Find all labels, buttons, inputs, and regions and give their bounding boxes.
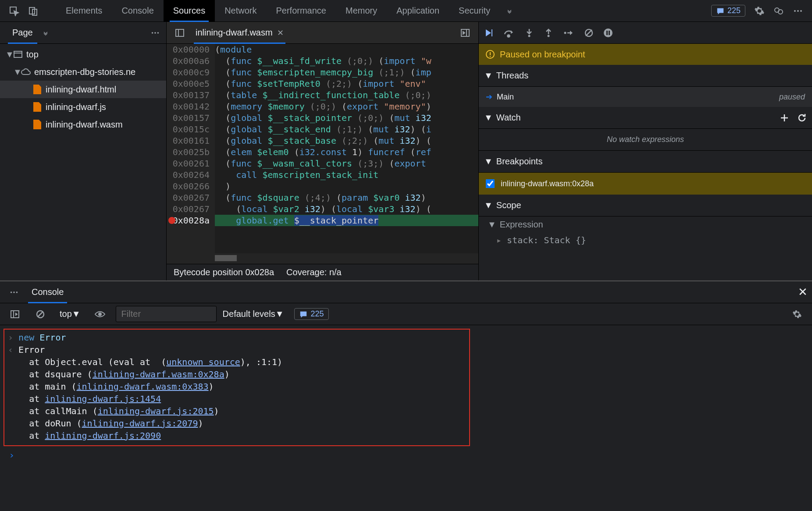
section-title: Breakpoints <box>496 156 543 167</box>
drawer: Console ✕ top ▼ Default levels ▼ 225 › n… <box>0 280 812 510</box>
tree-domain[interactable]: ▼ emscripten-dbg-stories.ne <box>0 63 166 81</box>
console-settings-icon[interactable] <box>791 308 803 320</box>
tab-console[interactable]: Console <box>112 0 163 22</box>
tree-root-label: top <box>26 50 39 60</box>
svg-point-5 <box>794 10 796 12</box>
drawer-tab-console[interactable]: Console <box>24 281 71 303</box>
current-thread-arrow-icon: ➔ <box>486 92 492 102</box>
breakpoint-checkbox[interactable] <box>486 179 495 188</box>
editor-body[interactable]: 0x000000x000a60x000c90x000e50x001370x001… <box>167 44 478 253</box>
svg-point-39 <box>99 313 101 316</box>
scope-expr-value: Stack {} <box>544 235 586 245</box>
tab-elements[interactable]: Elements <box>56 0 112 22</box>
device-toggle-icon[interactable] <box>27 5 39 17</box>
tree-domain-label: emscripten-dbg-stories.ne <box>34 67 135 77</box>
context-selector[interactable]: top ▼ <box>56 307 84 321</box>
step-over-icon[interactable] <box>503 28 515 38</box>
svg-rect-28 <box>490 52 491 55</box>
file-tree: ▼ top ▼ emscripten-dbg-stories.ne inlini… <box>0 44 166 135</box>
issues-counter[interactable]: 225 <box>711 5 745 17</box>
scope-body: ▸ stack: Stack {} <box>479 232 812 248</box>
svg-point-8 <box>152 32 153 34</box>
scope-expr-label: stack: <box>507 235 538 245</box>
toggle-navigator-icon[interactable] <box>174 27 186 39</box>
breakpoint-label: inlining-dwarf.wasm:0x28a <box>501 179 594 188</box>
svg-point-6 <box>797 10 799 12</box>
thread-row[interactable]: ➔ Main paused <box>479 87 812 107</box>
breakpoint-row[interactable]: inlining-dwarf.wasm:0x28a <box>479 173 812 195</box>
step-icon[interactable] <box>563 28 574 38</box>
cloud-icon <box>21 68 31 75</box>
page-more-icon[interactable] <box>150 28 160 38</box>
experiments-icon[interactable] <box>773 5 785 17</box>
page-panel: Page ▼ top ▼ emscripten-dbg-stories.ne i… <box>0 22 167 280</box>
tab-network[interactable]: Network <box>215 0 266 22</box>
tab-sources[interactable]: Sources <box>164 0 215 22</box>
svg-rect-11 <box>14 51 22 57</box>
settings-gear-icon[interactable] <box>753 5 766 17</box>
more-panels-icon[interactable] <box>41 30 50 35</box>
svg-rect-29 <box>490 56 491 57</box>
more-tabs-icon[interactable] <box>503 5 516 17</box>
refresh-watch-icon[interactable] <box>797 113 807 123</box>
editor-tab[interactable]: inlining-dwarf.wasm ✕ <box>189 22 290 44</box>
tree-file-js[interactable]: inlining-dwarf.js <box>0 98 166 116</box>
editor-tab-label: inlining-dwarf.wasm <box>196 28 273 38</box>
pause-exceptions-icon[interactable] <box>603 28 613 38</box>
file-label: inlining-dwarf.html <box>46 85 116 95</box>
file-label: inlining-dwarf.js <box>46 102 106 112</box>
topbar-right: 225 <box>707 5 808 17</box>
close-tab-icon[interactable]: ✕ <box>277 28 284 38</box>
svg-point-18 <box>508 35 510 37</box>
paused-message: Paused on breakpoint <box>500 50 585 60</box>
bytecode-position: Bytecode position 0x028a <box>174 267 274 277</box>
editor-tabs: inlining-dwarf.wasm ✕ <box>167 22 478 44</box>
tree-file-html[interactable]: inlining-dwarf.html <box>0 81 166 98</box>
tab-performance[interactable]: Performance <box>267 0 336 22</box>
caret-icon: ▼ <box>5 50 11 60</box>
log-levels-selector[interactable]: Default levels ▼ <box>223 309 284 319</box>
line-gutter: 0x000000x000a60x000c90x000e50x001370x001… <box>167 44 215 253</box>
drawer-more-icon[interactable] <box>8 286 20 298</box>
main-tabs: Elements Console Sources Network Perform… <box>56 0 707 22</box>
step-out-icon[interactable] <box>544 28 553 38</box>
kebab-menu-icon[interactable] <box>792 5 804 17</box>
debugger-panel: Paused on breakpoint ▼Threads ➔ Main pau… <box>479 22 812 280</box>
caret-icon: ▼ <box>13 67 19 77</box>
window-icon <box>13 51 23 58</box>
svg-point-20 <box>548 35 550 37</box>
toggle-debugger-icon[interactable] <box>459 27 471 39</box>
inspect-icon[interactable] <box>8 5 20 17</box>
tree-root[interactable]: ▼ top <box>0 46 166 63</box>
page-tab[interactable]: Page <box>6 22 39 44</box>
svg-point-19 <box>528 35 531 37</box>
deactivate-breakpoints-icon[interactable] <box>584 28 594 38</box>
tab-security[interactable]: Security <box>449 0 500 22</box>
close-drawer-icon[interactable]: ✕ <box>798 285 808 299</box>
editor-panel: inlining-dwarf.wasm ✕ 0x000000x000a60x00… <box>167 22 479 280</box>
section-title: Threads <box>496 71 528 81</box>
add-watch-icon[interactable] <box>780 113 789 123</box>
breakpoints-section[interactable]: ▼Breakpoints <box>479 151 812 173</box>
tree-file-wasm[interactable]: inlining-dwarf.wasm <box>0 116 166 133</box>
svg-point-21 <box>564 32 566 34</box>
code-area[interactable]: (module (func $__wasi_fd_write (;0;) (im… <box>215 44 478 253</box>
editor-minimap <box>167 253 478 264</box>
expression-section[interactable]: ▼Expression <box>479 216 812 232</box>
section-title: Expression <box>500 220 543 230</box>
scope-section[interactable]: ▼Scope <box>479 195 812 216</box>
tab-application[interactable]: Application <box>387 0 449 22</box>
resume-icon[interactable] <box>484 28 494 38</box>
threads-section[interactable]: ▼Threads <box>479 65 812 87</box>
console-prompt[interactable]: › <box>4 446 812 464</box>
watch-section[interactable]: ▼Watch <box>479 107 812 129</box>
console-sidebar-toggle-icon[interactable] <box>9 308 21 320</box>
console-filter-input[interactable] <box>116 306 217 322</box>
console-issues-counter[interactable]: 225 <box>294 308 328 320</box>
step-into-icon[interactable] <box>524 28 534 38</box>
svg-rect-25 <box>606 31 608 35</box>
tab-memory[interactable]: Memory <box>336 0 387 22</box>
svg-rect-13 <box>176 29 184 36</box>
clear-console-icon[interactable] <box>34 308 46 320</box>
live-expression-icon[interactable] <box>94 308 106 320</box>
